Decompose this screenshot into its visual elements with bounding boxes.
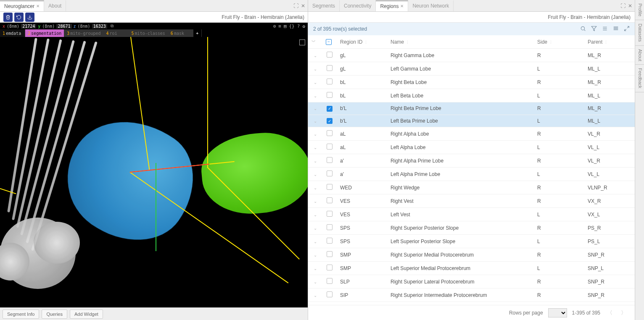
table-row[interactable]: ⌄VESRight VestRVX_R (308, 194, 635, 208)
row-checkbox[interactable] (327, 278, 333, 284)
select-all-checkbox[interactable]: − (326, 39, 332, 45)
row-checkbox[interactable] (327, 79, 333, 84)
expand-icon[interactable]: ⛶ (620, 3, 626, 9)
tab-segments[interactable]: Segments (308, 0, 340, 11)
layers-icon[interactable]: ▤ (284, 24, 287, 29)
close-icon[interactable]: ✕ (400, 4, 404, 8)
row-checkbox[interactable] (327, 238, 333, 244)
gear-icon[interactable]: ⚙ (273, 24, 276, 29)
layer-roi[interactable]: 4roi (104, 29, 129, 37)
chevron-down-icon[interactable]: ⌄ (312, 266, 318, 271)
table-row[interactable]: ⌄aLLeft Alpha LobeLVL_L (308, 141, 635, 154)
row-checkbox[interactable] (327, 291, 333, 297)
coord-x-value[interactable]: 21724 (21, 24, 36, 29)
coord-y-value[interactable]: 28671 (56, 24, 71, 29)
chevron-down-icon[interactable]: ⌄ (312, 145, 318, 150)
table-row[interactable]: ⌄a'Left Alpha Prime LobeLVL_L (308, 168, 635, 181)
restore-button[interactable] (14, 13, 24, 22)
row-checkbox[interactable] (327, 170, 333, 176)
viewport-3d[interactable] (0, 37, 308, 307)
table-row[interactable]: ⌄✓b'LRight Beta Prime LobeRML_R (308, 102, 635, 115)
table-row[interactable]: ⌄SMPRight Superior Medial ProtocerebrumR… (308, 248, 635, 262)
row-checkbox[interactable] (327, 65, 333, 71)
table-row[interactable]: ⌄SMPLeft Superior Medial ProtocerebrumLS… (308, 262, 635, 275)
chevron-down-icon[interactable]: ⌄ (312, 226, 318, 231)
braces-icon[interactable]: {} (289, 24, 295, 29)
table-row[interactable]: ⌄SIPRight Superior Intermediate Protocer… (308, 289, 635, 302)
table-row[interactable]: ⌄gLRight Gamma LobeRML_R (308, 49, 635, 62)
col-side[interactable]: Side⋮ (534, 35, 584, 49)
expand-icon[interactable]: ⛶ (293, 3, 298, 9)
chevron-down-icon[interactable]: ⌄ (312, 212, 318, 217)
col-name[interactable]: Name⋮ (387, 35, 534, 49)
chevron-down-icon[interactable]: ⌄ (312, 106, 318, 111)
row-checkbox[interactable] (327, 211, 333, 217)
row-checkbox[interactable] (327, 184, 333, 190)
add-widget-button[interactable]: Add Widget (70, 310, 103, 319)
chevron-down-icon[interactable]: ⌄ (312, 293, 318, 298)
coord-z-value[interactable]: 16323 (92, 24, 107, 29)
queries-button[interactable]: Queries (42, 310, 67, 319)
download-button[interactable] (25, 13, 34, 22)
row-checkbox[interactable] (327, 251, 333, 257)
chevron-down-icon[interactable]: ⌄ (312, 280, 318, 284)
tab-neuron-network[interactable]: Neuron Network (408, 0, 454, 11)
row-checkbox[interactable]: ✓ (327, 106, 333, 112)
neuroglancer-viewer[interactable]: x (8nm) 21724 y (8nm) 28671 z (8nm) 1632… (0, 23, 308, 307)
layer-mito-classes[interactable]: 5mito-classes (129, 29, 168, 37)
side-tab-feedback[interactable]: Feedback (635, 65, 644, 92)
chevron-down-icon[interactable]: ⌄ (312, 239, 318, 244)
search-icon[interactable] (580, 26, 586, 33)
table-row[interactable]: ⌄SLPRight Superior Lateral Protocerebrum… (308, 275, 635, 289)
chevron-down-icon[interactable]: ⌄ (312, 53, 318, 58)
layer-emdata[interactable]: 1emdata (0, 29, 25, 37)
add-layer-button[interactable]: + (193, 29, 202, 37)
row-checkbox[interactable] (327, 52, 333, 58)
segment-info-button[interactable]: Segment Info (3, 310, 39, 319)
chevron-down-icon[interactable]: ⌄ (312, 132, 318, 136)
chevron-down-icon[interactable]: ⌄ (312, 119, 318, 123)
side-tab-about[interactable]: About (635, 46, 644, 65)
chevron-down-icon[interactable]: ⌄ (312, 253, 318, 257)
table-row[interactable]: ⌄SPSRight Superior Posterior SlopeRPS_R (308, 221, 635, 235)
table-row[interactable]: ⌄a'Right Alpha Prime LobeRVL_R (308, 154, 635, 168)
row-checkbox[interactable] (327, 130, 333, 136)
side-tab-datasets[interactable]: Datasets (635, 20, 644, 45)
table-row[interactable]: ⌄aLRight Alpha LobeRVL_R (308, 127, 635, 141)
col-parent[interactable]: Parent⋮ (584, 35, 635, 49)
row-checkbox[interactable] (327, 92, 333, 98)
chevron-down-icon[interactable]: ⌄ (312, 67, 318, 71)
tab-neuroglancer[interactable]: Neuroglancer✕ (0, 0, 44, 11)
table-row[interactable]: ⌄bLRight Beta LobeRML_R (308, 76, 635, 89)
row-checkbox[interactable]: ✓ (327, 118, 333, 124)
prev-page-button[interactable]: 〈 (605, 308, 614, 317)
col-region-id[interactable]: Region ID⋮ (337, 35, 387, 49)
table-row[interactable]: ⌄bLLeft Beta LobeLML_L (308, 89, 635, 102)
layer-mito-grouped[interactable]: 3mito-grouped (64, 29, 103, 37)
rows-per-page-select[interactable] (548, 308, 567, 317)
chevron-down-icon[interactable]: ⌄ (312, 159, 318, 163)
tab-about[interactable]: About (44, 0, 66, 11)
trash-button[interactable] (3, 13, 13, 22)
table-row[interactable]: ⌄WEDRight WedgeRVLNP_R (308, 181, 635, 194)
close-icon[interactable]: ✕ (628, 3, 632, 9)
row-checkbox[interactable] (327, 157, 333, 163)
table-row[interactable]: ⌄gLLeft Gamma LobeLML_L (308, 62, 635, 76)
copy-coords-icon[interactable]: ⧉ (111, 24, 113, 29)
table-row[interactable]: ⌄VESLeft VestLVX_L (308, 208, 635, 221)
side-tab-profile[interactable]: Profile (635, 0, 644, 20)
close-icon[interactable]: ✕ (36, 4, 40, 8)
layer-mask[interactable]: 6mask (168, 29, 193, 37)
chevron-down-icon[interactable]: ⌄ (312, 186, 318, 190)
layer-segmentation[interactable]: 2segmentation (25, 29, 64, 37)
chevron-down-icon[interactable]: ⌄ (312, 80, 318, 85)
close-icon[interactable]: ✕ (301, 3, 305, 9)
row-checkbox[interactable] (327, 265, 333, 270)
tab-regions[interactable]: Regions✕ (376, 0, 408, 11)
chevron-down-icon[interactable]: ⌄ (312, 172, 318, 177)
next-page-button[interactable]: 〉 (619, 308, 628, 317)
chevron-down-icon[interactable]: ⌄ (312, 199, 318, 204)
row-checkbox[interactable] (327, 197, 333, 203)
panel-maximize-icon[interactable] (299, 39, 305, 45)
collapse-all-icon[interactable]: ︾ (311, 39, 316, 44)
